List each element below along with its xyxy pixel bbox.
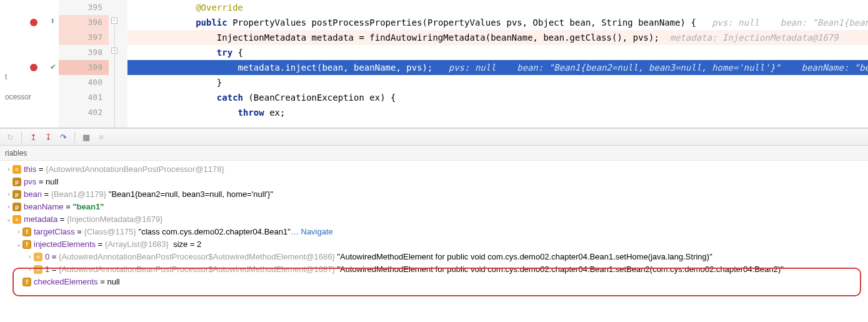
- separator: [21, 131, 22, 143]
- fold-gutter[interactable]: − −: [109, 0, 127, 128]
- separator: [74, 131, 75, 143]
- code-area[interactable]: @Override public PropertyValues postProc…: [127, 0, 868, 128]
- side-tab-truncated-1[interactable]: t: [5, 73, 7, 81]
- param-icon: p: [12, 178, 21, 186]
- field-icon: f: [22, 240, 31, 249]
- code-line[interactable]: InjectionMetadata metadata = findAutowir…: [127, 30, 868, 45]
- inline-hint: metadata: InjectionMetadata@1679: [659, 33, 839, 43]
- view-as-grid-icon[interactable]: ▦: [80, 131, 92, 143]
- var-row-injectedelements[interactable]: ⌄ f injectedElements = {ArrayList@1683} …: [0, 238, 868, 251]
- code-line[interactable]: try {: [127, 45, 868, 60]
- line-number[interactable]: 398: [59, 45, 109, 60]
- expand-icon[interactable]: ›: [15, 226, 22, 238]
- code-editor[interactable]: t ocessor ⬆ ✔ 395 396 397 398 399 400 40…: [0, 0, 868, 128]
- var-row-checkedelements[interactable]: f checkedElements = null: [0, 276, 868, 288]
- fold-handle-icon[interactable]: −: [111, 18, 117, 24]
- var-row-element-0[interactable]: › ≡ 0 = {AutowiredAnnotationBeanPostProc…: [0, 251, 868, 263]
- var-row-element-1[interactable]: › ≡ 1 = {AutowiredAnnotationBeanPostProc…: [0, 263, 868, 276]
- collapse-icon[interactable]: ⌄: [15, 238, 22, 251]
- var-row-beanname[interactable]: › p beanName = "bean1": [0, 201, 868, 213]
- class-icon: ≡: [12, 165, 21, 174]
- var-row-targetclass[interactable]: › f targetClass = {Class@1175} "class co…: [0, 226, 868, 238]
- breakpoint-icon[interactable]: [30, 19, 37, 26]
- check-icon: ✔: [50, 63, 56, 71]
- step-over-icon[interactable]: ↷: [57, 131, 69, 143]
- line-number[interactable]: 399: [59, 60, 109, 75]
- code-line[interactable]: catch (BeanCreationException ex) {: [127, 90, 868, 105]
- collapse-icon[interactable]: ⌄: [5, 213, 12, 226]
- line-number[interactable]: 402: [59, 105, 109, 120]
- expand-icon[interactable]: ›: [5, 163, 12, 176]
- field-icon: f: [22, 228, 31, 236]
- line-number-gutter[interactable]: 395 396 397 398 399 400 401 402: [59, 0, 109, 128]
- param-icon: p: [12, 190, 21, 199]
- var-row-this[interactable]: › ≡ this = {AutowiredAnnotationBeanPostP…: [0, 163, 868, 176]
- var-row-metadata[interactable]: ⌄ ≡ metadata = {InjectionMetadata@1679}: [0, 213, 868, 226]
- line-number[interactable]: 401: [59, 90, 109, 105]
- class-icon: ≡: [12, 215, 21, 224]
- debug-toolbar: ↻ ↥ ↧ ↷ ▦ ≡: [0, 128, 868, 146]
- override-up-icon: ⬆: [50, 18, 55, 24]
- variables-tree[interactable]: › ≡ this = {AutowiredAnnotationBeanPostP…: [0, 161, 868, 291]
- breakpoint-gutter[interactable]: ⬆ ✔: [41, 0, 59, 128]
- code-line-current[interactable]: metadata.inject(bean, beanName, pvs); pv…: [127, 60, 868, 75]
- variables-header: riables: [0, 146, 868, 161]
- line-number[interactable]: 400: [59, 75, 109, 90]
- var-row-bean[interactable]: › p bean = {Bean1@1179} "Bean1{bean2=nul…: [0, 188, 868, 201]
- element-icon: ≡: [34, 265, 42, 274]
- step-out-icon[interactable]: ↥: [27, 131, 39, 143]
- expand-icon[interactable]: ›: [26, 251, 34, 263]
- variables-title: riables: [5, 149, 27, 158]
- fold-guide: [114, 25, 115, 128]
- expand-icon[interactable]: ›: [5, 188, 12, 201]
- settings-icon[interactable]: ≡: [95, 131, 107, 143]
- inline-hint: pvs: null bean: "Bean1{bean2=null,: [696, 18, 868, 28]
- var-row-pvs[interactable]: p pvs = null: [0, 176, 868, 188]
- step-into-icon[interactable]: ↧: [42, 131, 54, 143]
- side-tab-truncated-2[interactable]: ocessor: [5, 93, 31, 101]
- code-line[interactable]: throw ex;: [127, 105, 868, 120]
- code-line[interactable]: }: [127, 75, 868, 90]
- param-icon: p: [12, 203, 21, 211]
- restart-icon[interactable]: ↻: [4, 131, 16, 143]
- line-number[interactable]: 396: [59, 15, 109, 30]
- field-icon: f: [22, 278, 31, 286]
- navigate-link[interactable]: … Navigate: [291, 226, 333, 238]
- code-line[interactable]: public PropertyValues postProcessPropert…: [127, 15, 868, 30]
- element-icon: ≡: [34, 253, 42, 261]
- expand-icon[interactable]: ›: [26, 263, 34, 276]
- expand-icon[interactable]: ›: [5, 201, 12, 213]
- breakpoint-active-icon[interactable]: [30, 64, 37, 71]
- code-line[interactable]: @Override: [127, 0, 868, 15]
- inline-hint: pvs: null bean: "Bean1{bean2=null, bean3…: [432, 63, 868, 73]
- line-number[interactable]: 397: [59, 30, 109, 45]
- line-number[interactable]: 395: [59, 0, 109, 15]
